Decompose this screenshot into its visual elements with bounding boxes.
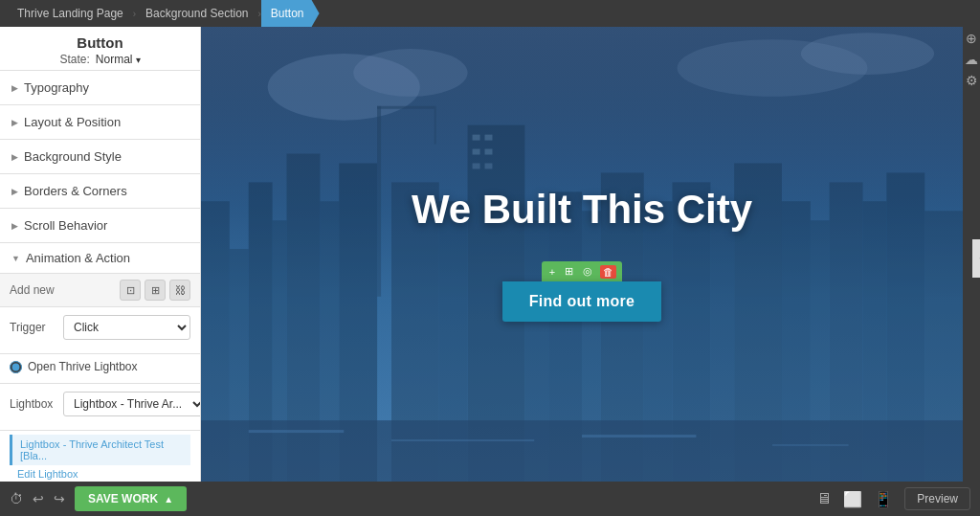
sidebar-item-animation[interactable]: ▼ Animation & Action (0, 243, 200, 274)
arrow-down-icon: ▼ (11, 254, 20, 263)
svg-rect-12 (377, 106, 434, 109)
lightbox-form-section: Lightbox Lightbox - Thrive Ar... (0, 384, 200, 431)
add-toolbar-icon[interactable]: + (547, 265, 557, 279)
history-icon[interactable]: ⏱ (10, 491, 23, 506)
link-icon-btn[interactable]: ⛓ (169, 280, 190, 301)
preview-button[interactable]: Preview (904, 487, 970, 510)
gear-icon[interactable]: ⚙ (966, 73, 978, 88)
panel-state: State: Normal ▾ (11, 53, 189, 66)
svg-rect-37 (201, 420, 963, 482)
sidebar-item-scroll[interactable]: ▶ Scroll Behavior (0, 209, 200, 243)
arrow-icon: ▶ (11, 221, 18, 231)
arrow-icon: ▶ (11, 152, 18, 162)
mobile-icon[interactable]: 📱 (874, 490, 893, 508)
undo-icon[interactable]: ↩ (33, 491, 44, 506)
grid-icon-btn[interactable]: ⊞ (145, 280, 166, 301)
main-layout: Button State: Normal ▾ ▶ Typography ▶ La… (0, 27, 980, 482)
toggle-icon-btn[interactable]: ⊡ (120, 280, 141, 301)
chevron-down-icon: ▾ (136, 55, 141, 65)
sidebar-item-borders[interactable]: ▶ Borders & Corners (0, 174, 200, 209)
breadcrumb-background[interactable]: Background Section (136, 0, 257, 27)
svg-rect-19 (473, 149, 480, 155)
arrow-icon: ▶ (11, 118, 18, 127)
radio-group: Open Thrive Lightbox (0, 354, 200, 384)
add-new-icons: ⊡ ⊞ ⛓ (120, 280, 190, 301)
svg-rect-21 (473, 163, 480, 168)
state-dropdown[interactable]: Normal ▾ (96, 53, 141, 66)
add-new-bar: Add new ⊡ ⊞ ⛓ (0, 274, 200, 307)
svg-rect-17 (473, 135, 480, 141)
state-label: State: (59, 53, 89, 66)
svg-rect-11 (377, 106, 381, 297)
button-wrapper: + ⊞ ◎ 🗑 Find out more (502, 261, 662, 322)
animation-section-label: Animation & Action (26, 251, 130, 265)
top-bar: Thrive Landing Page › Background Section… (0, 0, 980, 27)
bottom-left: ⏱ ↩ ↪ SAVE WORK ▲ (10, 486, 187, 511)
canvas-area: We Built This City + ⊞ ◎ 🗑 Find out more (201, 27, 963, 482)
bottom-bar: ⏱ ↩ ↪ SAVE WORK ▲ 🖥 ⬜ 📱 Preview (0, 482, 980, 516)
left-panel: Button State: Normal ▾ ▶ Typography ▶ La… (0, 27, 201, 482)
svg-rect-18 (485, 135, 493, 141)
panel-header: Button State: Normal ▾ (0, 27, 200, 71)
settings-toolbar-icon[interactable]: ◎ (581, 264, 594, 279)
find-out-more-button[interactable]: Find out more (502, 281, 662, 322)
svg-rect-22 (485, 163, 493, 168)
delete-toolbar-icon[interactable]: 🗑 (600, 265, 616, 279)
lightbox-name-text: Lightbox - Thrive Architect Test [Bla... (10, 435, 190, 465)
svg-rect-40 (582, 435, 696, 437)
redo-icon[interactable]: ↪ (54, 491, 65, 506)
sidebar-item-typography[interactable]: ▶ Typography (0, 71, 200, 105)
breadcrumb: Thrive Landing Page › Background Section… (8, 0, 320, 27)
svg-point-1 (353, 49, 467, 97)
sidebar-item-background[interactable]: ▶ Background Style (0, 140, 200, 174)
svg-rect-38 (249, 430, 345, 433)
bottom-right: 🖥 ⬜ 📱 Preview (816, 487, 970, 510)
background-label: Background Style (24, 149, 122, 164)
trigger-select[interactable]: Click (63, 315, 190, 340)
copy-toolbar-icon[interactable]: ⊞ (563, 264, 575, 279)
desktop-icon[interactable]: 🖥 (816, 490, 832, 507)
trigger-form-section: Trigger Click (0, 307, 200, 354)
radio-open-lightbox[interactable]: Open Thrive Lightbox (10, 360, 190, 373)
svg-rect-41 (772, 444, 849, 446)
svg-rect-13 (434, 106, 436, 145)
sidebar-item-layout[interactable]: ▶ Layout & Position (0, 105, 200, 140)
svg-rect-39 (391, 439, 534, 441)
arrow-icon: ▶ (11, 187, 18, 196)
panel-title: Button (11, 34, 189, 51)
lightbox-select[interactable]: Lightbox - Thrive Ar... (63, 392, 201, 416)
tablet-icon[interactable]: ⬜ (843, 490, 862, 508)
breadcrumb-thrive[interactable]: Thrive Landing Page (8, 0, 133, 27)
borders-label: Borders & Corners (24, 184, 127, 198)
lightbox-label: Lightbox (10, 397, 57, 411)
cloud-icon[interactable]: ☁ (965, 52, 978, 67)
edit-lightbox-link[interactable]: Edit Lightbox (10, 468, 190, 480)
breadcrumb-sep-2: › (258, 9, 261, 19)
save-label: SAVE WORK (88, 492, 158, 505)
hero-title: We Built This City (412, 187, 752, 233)
lightbox-row: Lightbox Lightbox - Thrive Ar... (10, 392, 190, 416)
trigger-label: Trigger (10, 321, 57, 334)
typography-label: Typography (24, 80, 89, 95)
layout-label: Layout & Position (24, 115, 121, 129)
svg-rect-20 (485, 149, 493, 155)
svg-point-3 (801, 33, 934, 75)
save-chevron-icon: ▲ (164, 494, 173, 505)
scroll-label: Scroll Behavior (24, 218, 107, 233)
add-new-label: Add new (10, 283, 55, 297)
breadcrumb-button[interactable]: Button (261, 0, 320, 27)
button-toolbar: + ⊞ ◎ 🗑 (542, 261, 622, 281)
state-value: Normal (96, 53, 133, 66)
arrow-icon: ▶ (11, 83, 18, 93)
radio-lightbox-label: Open Thrive Lightbox (28, 360, 138, 373)
trigger-row: Trigger Click (10, 315, 190, 340)
canvas-content: We Built This City + ⊞ ◎ 🗑 Find out more (412, 187, 752, 322)
undo-icon[interactable]: ⊕ (966, 31, 977, 46)
lightbox-info: Lightbox - Thrive Architect Test [Bla...… (0, 431, 200, 482)
save-work-button[interactable]: SAVE WORK ▲ (75, 486, 187, 511)
city-background: We Built This City + ⊞ ◎ 🗑 Find out more (201, 27, 963, 482)
